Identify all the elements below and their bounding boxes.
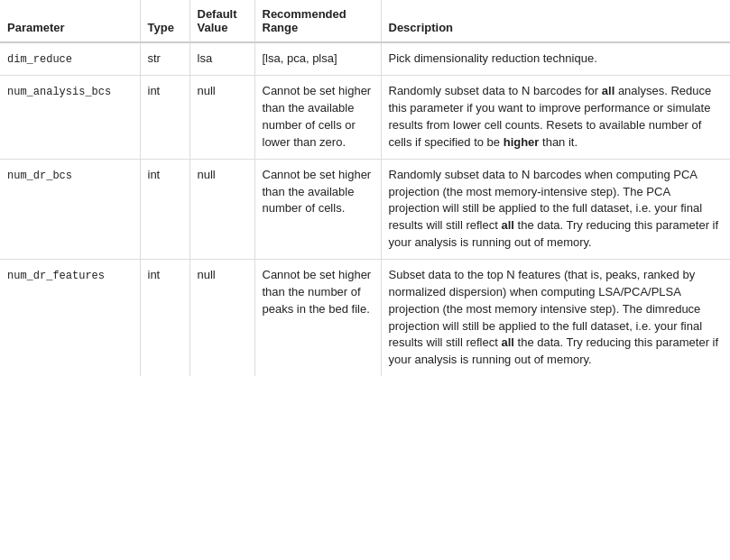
header-parameter: Parameter — [0, 0, 140, 42]
default-num-dr-bcs: null — [189, 159, 254, 259]
type-num-analysis-bcs: int — [140, 76, 189, 159]
header-recommended-range: Recommended Range — [254, 0, 381, 42]
type-dim-reduce: str — [140, 42, 189, 76]
table-row: num_dr_bcs int null Cannot be set higher… — [0, 159, 730, 259]
desc-num-dr-features: Subset data to the top N features (that … — [381, 259, 730, 376]
header-default-value: Default Value — [189, 0, 254, 42]
table-row: num_analysis_bcs int null Cannot be set … — [0, 76, 730, 159]
default-num-dr-features: null — [189, 259, 254, 376]
table-row: num_dr_features int null Cannot be set h… — [0, 259, 730, 376]
default-num-analysis-bcs: null — [189, 76, 254, 159]
desc-dim-reduce: Pick dimensionality reduction technique. — [381, 42, 730, 76]
type-num-dr-features: int — [140, 259, 189, 376]
type-num-dr-bcs: int — [140, 159, 189, 259]
header-description: Description — [381, 0, 730, 42]
default-dim-reduce: lsa — [189, 42, 254, 76]
param-num-dr-features: num_dr_features — [0, 259, 140, 376]
range-dim-reduce: [lsa, pca, plsa] — [254, 42, 381, 76]
desc-num-analysis-bcs: Randomly subset data to N barcodes for a… — [381, 76, 730, 159]
param-num-dr-bcs: num_dr_bcs — [0, 159, 140, 259]
desc-num-dr-bcs: Randomly subset data to N barcodes when … — [381, 159, 730, 259]
range-num-dr-features: Cannot be set higher than the number of … — [254, 259, 381, 376]
range-num-dr-bcs: Cannot be set higher than the available … — [254, 159, 381, 259]
header-type: Type — [140, 0, 189, 42]
range-num-analysis-bcs: Cannot be set higher than the available … — [254, 76, 381, 159]
param-dim-reduce: dim_reduce — [0, 42, 140, 76]
param-num-analysis-bcs: num_analysis_bcs — [0, 76, 140, 159]
table-row: dim_reduce str lsa [lsa, pca, plsa] Pick… — [0, 42, 730, 76]
